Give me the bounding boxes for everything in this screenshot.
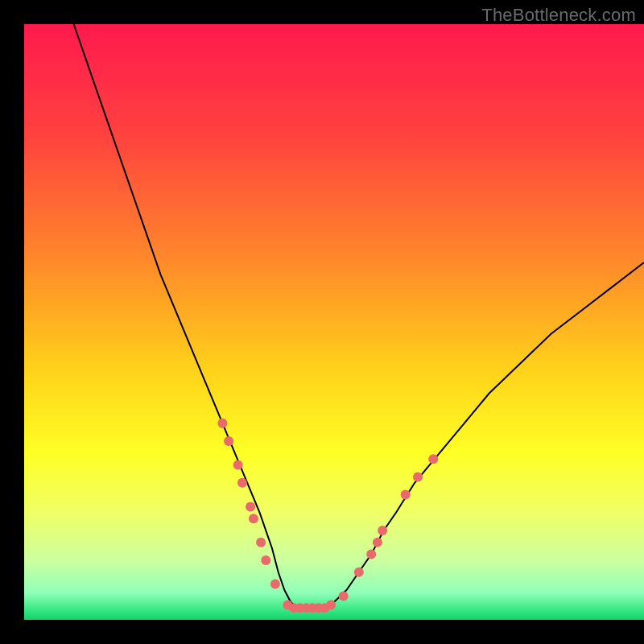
chart-container: TheBottleneck.com	[0, 0, 644, 644]
data-point	[378, 526, 387, 535]
plot-background	[24, 24, 644, 620]
data-point	[246, 502, 255, 511]
data-point	[237, 478, 247, 488]
watermark-label: TheBottleneck.com	[481, 5, 636, 26]
data-point	[217, 419, 227, 428]
bottleneck-chart	[0, 0, 644, 644]
data-point	[373, 538, 382, 547]
data-point	[233, 460, 243, 470]
data-point	[256, 538, 266, 547]
data-point	[428, 454, 438, 464]
data-point	[261, 555, 270, 565]
data-point	[224, 436, 233, 446]
data-point	[326, 601, 336, 610]
data-point	[339, 591, 349, 601]
data-point	[366, 550, 376, 559]
data-point	[354, 568, 364, 577]
data-point	[270, 580, 280, 589]
data-point	[401, 490, 411, 500]
data-point	[413, 472, 423, 481]
data-point	[249, 514, 258, 523]
